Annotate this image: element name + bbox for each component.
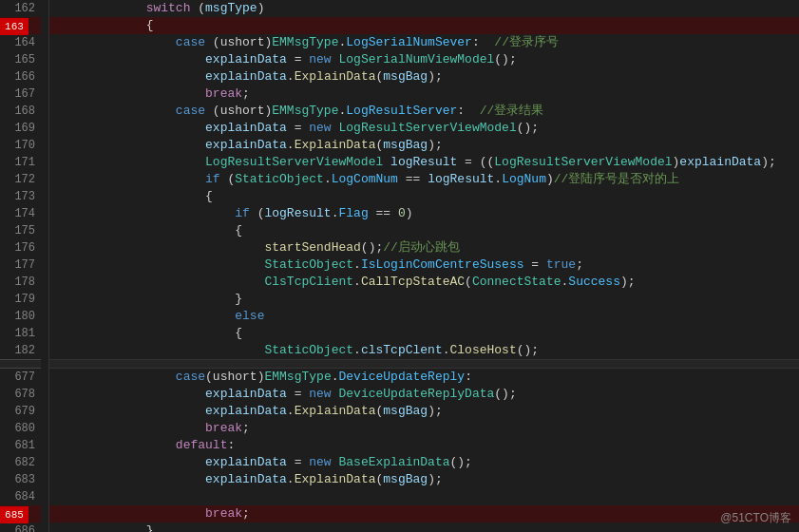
code-line: {	[49, 325, 799, 342]
code-line: explainData = new BaseExplainData();	[49, 454, 799, 471]
code-line: default:	[49, 437, 799, 454]
line-number: 166	[0, 68, 41, 86]
line-number: 181	[0, 325, 41, 342]
line-number: 680	[0, 420, 41, 437]
line-number: 169	[0, 120, 41, 137]
line-number: 170	[0, 137, 41, 154]
code-line: startSendHead();//启动心跳包	[49, 239, 799, 256]
code-line: explainData = new LogResultServerViewMod…	[49, 120, 799, 137]
line-number: 164	[0, 34, 41, 51]
line-number: 681	[0, 437, 41, 454]
code-line: {	[49, 188, 799, 205]
line-number: 686	[0, 522, 41, 532]
line-number: 162	[0, 0, 41, 17]
code-line: else	[49, 308, 799, 325]
line-number: 179	[0, 291, 41, 308]
line-number: 678	[0, 386, 41, 403]
line-number: 177	[0, 256, 41, 274]
line-number: 174	[0, 205, 41, 222]
code-line: explainData.ExplainData(msgBag);	[49, 68, 799, 86]
code-content[interactable]: switch (msgType) { case (ushort)EMMsgTyp…	[49, 0, 799, 532]
code-line: break;	[49, 420, 799, 437]
line-number: 682	[0, 454, 41, 471]
code-line: explainData.ExplainData(msgBag);	[49, 403, 799, 420]
code-line: case (ushort)EMMsgType.LogSerialNumSever…	[49, 34, 799, 51]
line-number: 163	[0, 17, 41, 34]
line-number: 178	[0, 274, 41, 291]
line-number: 173	[0, 188, 41, 205]
code-line: break;	[49, 505, 799, 522]
line-number: 685	[0, 505, 41, 522]
code-line: case(ushort)EMMsgType.DeviceUpdateReply:	[49, 369, 799, 386]
code-line: if (StaticObject.LogComNum == logResult.…	[49, 171, 799, 188]
code-line: switch (msgType)	[49, 0, 799, 17]
line-number: 168	[0, 103, 41, 120]
code-editor: 1621631641651661671681691701711721731741…	[0, 0, 799, 532]
code-line: {	[49, 17, 799, 34]
line-number-gutter: 1621631641651661671681691701711721731741…	[0, 0, 49, 532]
code-line: if (logResult.Flag == 0)	[49, 205, 799, 222]
code-line: explainData.ExplainData(msgBag);	[49, 137, 799, 154]
code-line: StaticObject.IsLoginComCentreSusess = tr…	[49, 256, 799, 274]
code-line: }	[49, 522, 799, 532]
line-number: 182	[0, 342, 41, 359]
code-line: {	[49, 222, 799, 239]
line-number: 180	[0, 308, 41, 325]
code-line: }	[49, 291, 799, 308]
line-number: 679	[0, 403, 41, 420]
watermark: @51CTO博客	[720, 510, 791, 526]
line-number: 683	[0, 471, 41, 488]
code-line: ClsTcpClient.CallTcpStateAC(ConnectState…	[49, 274, 799, 291]
line-number: 172	[0, 171, 41, 188]
code-line: case (ushort)EMMsgType.LogResultServer: …	[49, 103, 799, 120]
code-line: break;	[49, 86, 799, 103]
line-number: 171	[0, 154, 41, 171]
line-number: 677	[0, 369, 41, 386]
code-line: StaticObject.clsTcpClent.CloseHost();	[49, 342, 799, 359]
code-line: LogResultServerViewModel logResult = ((L…	[49, 154, 799, 171]
line-number: 684	[0, 488, 41, 505]
line-number: 176	[0, 239, 41, 256]
code-line: explainData.ExplainData(msgBag);	[49, 471, 799, 488]
line-number: 165	[0, 51, 41, 68]
code-line	[49, 488, 799, 505]
code-line: explainData = new DeviceUpdateReplyData(…	[49, 386, 799, 403]
code-line: explainData = new LogSerialNumViewModel(…	[49, 51, 799, 68]
line-number: 175	[0, 222, 41, 239]
line-number: 167	[0, 86, 41, 103]
